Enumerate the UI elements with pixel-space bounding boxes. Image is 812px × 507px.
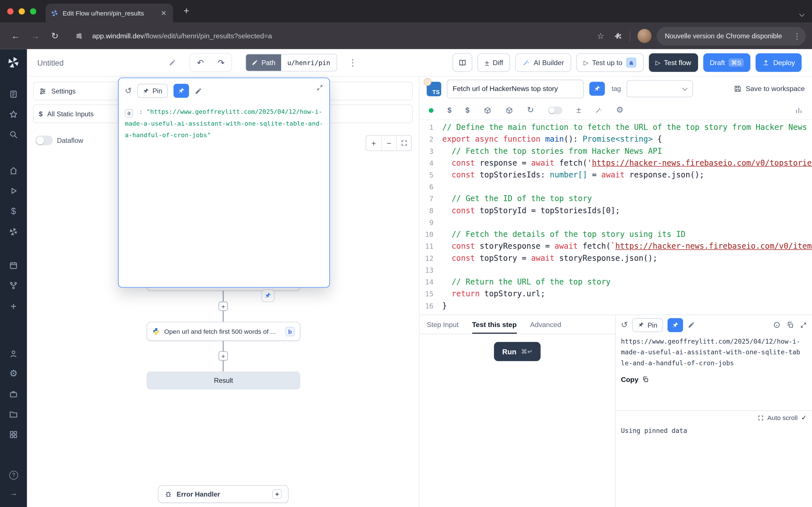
- copy-result-icon[interactable]: [786, 321, 794, 329]
- zoom-in-icon[interactable]: +: [366, 135, 381, 151]
- pin-button[interactable]: Pin: [632, 318, 663, 332]
- user-icon[interactable]: [7, 347, 20, 360]
- address-bar[interactable]: app.windmill.dev/flows/edit/u/henri/pin_…: [70, 27, 591, 44]
- draft-button[interactable]: Draft⌘S: [703, 53, 750, 72]
- result-value[interactable]: https://www.geoffreylitt.com/2025/04/12/…: [616, 335, 808, 369]
- insert-step-button[interactable]: +: [218, 302, 228, 311]
- step-summary-input[interactable]: [447, 79, 583, 98]
- step-b-node[interactable]: Open url and fetch first 500 words of ..…: [147, 322, 301, 341]
- collapse-icon[interactable]: →: [7, 487, 20, 500]
- diagnostics-icon[interactable]: [773, 321, 780, 329]
- back-icon[interactable]: ←: [6, 27, 25, 45]
- result-node[interactable]: Result: [147, 372, 301, 390]
- reload-icon[interactable]: ↻: [46, 27, 64, 45]
- redo-icon[interactable]: ↷: [211, 54, 232, 71]
- profile-avatar[interactable]: [638, 29, 652, 43]
- python-icon: [152, 328, 160, 335]
- flows-icon[interactable]: [7, 279, 20, 292]
- pinned-data-bad[interactable]: [262, 289, 274, 302]
- save-to-workspace-button[interactable]: Save to workspace: [734, 85, 805, 93]
- pinned-data-popup: ↺ Pin a : "https://www.geoffreylitt.com/…: [118, 78, 330, 288]
- expand-result-icon[interactable]: [800, 322, 807, 328]
- fit-view-icon[interactable]: [396, 135, 411, 151]
- browser-tab[interactable]: Edit Flow u/henri/pin_results ✕: [46, 4, 173, 23]
- test-up-to-button[interactable]: ▷Test up toa: [576, 53, 644, 72]
- undo-icon[interactable]: ↶: [190, 54, 211, 71]
- pinned-json-view[interactable]: a : "https://www.geoffreylitt.com/2025/0…: [119, 103, 329, 144]
- favorites-icon[interactable]: [7, 108, 20, 121]
- insights-icon[interactable]: [795, 106, 803, 114]
- extensions-icon[interactable]: [610, 27, 626, 44]
- windmill-logo[interactable]: [7, 56, 20, 69]
- forward-icon[interactable]: →: [26, 27, 45, 45]
- add-icon[interactable]: +: [7, 299, 20, 313]
- add-error-handler-button[interactable]: +: [272, 490, 282, 499]
- script-fix-icon[interactable]: [484, 106, 492, 114]
- pin-active-button[interactable]: [668, 318, 683, 332]
- zoom-out-icon[interactable]: −: [381, 135, 396, 151]
- resources-icon[interactable]: [7, 225, 20, 238]
- tab-search-chevron-icon[interactable]: [800, 9, 804, 18]
- tag-select[interactable]: [627, 80, 693, 98]
- docs-book-button[interactable]: [453, 53, 472, 72]
- auto-scroll-control[interactable]: Auto scroll ✓: [758, 414, 807, 421]
- more-options-icon[interactable]: ⋮: [348, 57, 357, 68]
- pin-active-button[interactable]: [589, 82, 605, 96]
- tab-close-icon[interactable]: ✕: [160, 9, 168, 17]
- diff-icon[interactable]: ±: [576, 106, 581, 114]
- variable-picker-icon[interactable]: $: [448, 107, 451, 114]
- deploy-button[interactable]: Deploy: [756, 53, 802, 72]
- insert-step-button[interactable]: +: [218, 351, 228, 360]
- reload-icon[interactable]: ↻: [527, 106, 534, 114]
- workers-icon[interactable]: [7, 388, 20, 401]
- tab-test-this-step[interactable]: Test this step: [472, 315, 516, 334]
- editor-settings-icon[interactable]: ⚙: [616, 106, 623, 114]
- traffic-light-close[interactable]: [7, 8, 13, 14]
- resource-picker-icon[interactable]: $: [465, 107, 469, 114]
- fullscreen-icon[interactable]: [758, 414, 764, 421]
- package-icon[interactable]: [505, 106, 513, 114]
- error-handler-node[interactable]: Error Handler +: [158, 485, 289, 503]
- status-dot[interactable]: [429, 108, 434, 113]
- apps-icon[interactable]: [7, 87, 20, 101]
- folders-icon[interactable]: [7, 407, 20, 421]
- help-icon[interactable]: ?: [7, 468, 20, 482]
- new-tab-button[interactable]: +: [180, 5, 193, 17]
- expand-icon[interactable]: [316, 84, 323, 91]
- tab-advanced[interactable]: Advanced: [530, 315, 561, 334]
- copy-button[interactable]: Copy: [616, 369, 812, 390]
- ai-builder-button[interactable]: AI Builder: [515, 53, 571, 72]
- edit-title-pencil-icon[interactable]: [169, 59, 176, 66]
- diff-button[interactable]: ±Diff: [477, 53, 510, 72]
- diff-toggle[interactable]: [548, 106, 562, 114]
- flow-title-box[interactable]: Untitled: [37, 58, 176, 67]
- traffic-light-zoom[interactable]: [30, 8, 36, 14]
- tab-step-input[interactable]: Step Input: [426, 315, 458, 334]
- toolbar-divider: [629, 30, 630, 41]
- traffic-light-minimize[interactable]: [18, 8, 25, 14]
- chrome-menu-icon[interactable]: ⋮: [792, 31, 803, 41]
- pin-button[interactable]: Pin: [137, 84, 168, 98]
- site-settings-icon[interactable]: [70, 27, 87, 44]
- edit-pin-pencil-icon[interactable]: [195, 87, 202, 94]
- runs-icon[interactable]: [7, 184, 20, 198]
- search-icon[interactable]: [7, 128, 20, 142]
- test-flow-button[interactable]: ▷Test flow: [649, 53, 698, 72]
- pin-active-button[interactable]: [174, 84, 189, 98]
- home-icon[interactable]: [7, 164, 20, 177]
- history-icon[interactable]: ↺: [621, 321, 628, 329]
- variables-icon[interactable]: $: [7, 205, 20, 218]
- bookmark-star-icon[interactable]: ☆: [592, 27, 609, 44]
- edge: [223, 291, 223, 302]
- path-control[interactable]: Path u/henri/pin: [246, 54, 337, 71]
- edit-pin-pencil-icon[interactable]: [688, 321, 695, 329]
- logs-icon[interactable]: [7, 428, 20, 441]
- settings-icon[interactable]: ⚙: [7, 367, 20, 380]
- code-editor[interactable]: 1// Define the main function to fetch th…: [419, 120, 812, 315]
- history-icon[interactable]: ↺: [125, 87, 132, 95]
- ai-gen-icon[interactable]: [595, 107, 602, 114]
- run-button[interactable]: Run⌘↵: [494, 342, 541, 361]
- schedules-icon[interactable]: [7, 259, 20, 272]
- dataflow-toggle[interactable]: [35, 135, 53, 145]
- chrome-update-button[interactable]: Nouvelle version de Chrome disponible ⋮: [657, 27, 806, 45]
